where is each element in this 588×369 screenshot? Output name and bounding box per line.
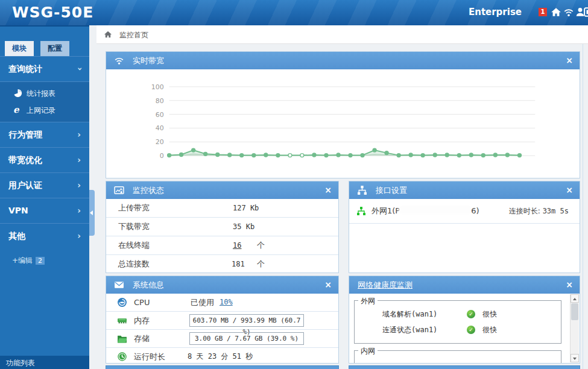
close-icon[interactable]: × xyxy=(566,52,573,69)
memory-icon xyxy=(117,315,127,326)
sidebar-item-label: 用户认证 xyxy=(8,180,42,190)
sidebar-item-bandwidth-opt[interactable]: 带宽优化 › xyxy=(0,147,89,172)
check-name: 连通状态(wan1) xyxy=(382,322,437,338)
scroll-thumb[interactable] xyxy=(571,303,578,320)
chevron-down-icon: › xyxy=(68,68,93,71)
group-label: 内网 xyxy=(358,346,378,356)
sidebar-item-behavior[interactable]: 行为管理 › xyxy=(0,122,89,147)
svg-text:60: 60 xyxy=(156,111,164,119)
check-ok-icon: ✓ xyxy=(467,326,475,334)
edition-label: Enterprise xyxy=(469,7,522,17)
monitor-row-download: 下载带宽 35 Kb xyxy=(106,218,338,236)
check-status: 很快 xyxy=(482,322,497,338)
duration-label: 连接时长: xyxy=(509,207,540,215)
scroll-up-icon[interactable] xyxy=(571,294,579,303)
storage-folder-icon xyxy=(117,333,127,344)
row-label: 在线终端 xyxy=(118,236,150,254)
sidebar-collapse-handle[interactable] xyxy=(89,190,95,236)
chevron-right-icon: › xyxy=(77,148,81,172)
chart-image-icon xyxy=(114,185,124,195)
sidebar-item-label: VPN xyxy=(8,206,28,215)
row-label: 上传带宽 xyxy=(118,199,150,217)
close-icon[interactable]: × xyxy=(324,181,332,199)
sidebar-item-other[interactable]: 其他 › xyxy=(0,223,89,248)
content-divider xyxy=(583,44,583,369)
panel-title: 实时带宽 xyxy=(133,52,164,69)
close-icon[interactable]: × xyxy=(566,181,573,199)
app-header: WSG-50E Enterprise 1 xyxy=(0,0,588,25)
panel-header-bandwidth: 实时带宽 × xyxy=(106,52,580,69)
check-ok-icon: ✓ xyxy=(467,310,475,318)
row-label: 运行时长 xyxy=(134,348,165,365)
app-window: WSG-50E Enterprise 1 模块 配置 查询统计 › xyxy=(0,0,588,369)
panel-title: 系统信息 xyxy=(133,276,164,294)
edit-badge: 2 xyxy=(36,257,45,265)
panel-monitor-status: 监控状态 × 上传带宽 127 Kb 下载带宽 35 Kb 在线终端 16 个 … xyxy=(106,181,339,273)
home-icon[interactable] xyxy=(551,7,561,17)
sidebar-item-web-records[interactable]: e上网记录 xyxy=(0,102,89,118)
wifi-icon[interactable] xyxy=(563,7,574,17)
wan-name-prefix: 外网1(P xyxy=(371,206,400,215)
row-label: 存储 xyxy=(134,330,150,347)
health-title-link[interactable]: 网络健康度监测 xyxy=(358,276,413,294)
envelope-icon xyxy=(114,280,124,290)
app-logo: WSG-50E xyxy=(12,4,93,21)
sidebar-edit-button[interactable]: +编辑2 xyxy=(12,256,89,266)
tab-config[interactable]: 配置 xyxy=(40,41,69,56)
bandwidth-chart: 020406080100 xyxy=(106,69,580,178)
redacted-ip xyxy=(400,207,471,213)
row-unit: 个 xyxy=(257,255,265,273)
breadcrumb[interactable]: 监控首页 xyxy=(119,30,148,40)
sidebar-item-stats-report[interactable]: 统计报表 xyxy=(0,86,89,102)
sidebar-item-label: 行为管理 xyxy=(8,130,42,139)
tab-modules[interactable]: 模块 xyxy=(5,41,34,56)
system-row-cpu: CPU 已使用 10% xyxy=(106,294,338,312)
wan-name-suffix: 6) xyxy=(471,206,479,215)
browser-icon: e xyxy=(13,102,22,118)
panel-header-health: 网络健康度监测 × xyxy=(349,276,580,294)
sidebar-item-vpn[interactable]: VPN › xyxy=(0,198,89,223)
row-unit: 个 xyxy=(257,236,265,254)
memory-meter: 603.70 MB / 993.99 MB (60.7 %) xyxy=(189,314,304,327)
sidebar-footer: 功能列表 xyxy=(0,356,89,369)
cpu-usage-link[interactable]: 10% xyxy=(220,294,233,311)
logout-icon[interactable] xyxy=(584,7,588,17)
sidebar: 模块 配置 查询统计 › 统计报表 e上网记录 行为管理 › 带宽优化 › xyxy=(0,25,89,369)
sidebar-submenu: 统计报表 e上网记录 xyxy=(0,81,89,122)
health-body: 外网 域名解析(wan1) ✓ 很快 连通状态(wan1) ✓ 很快 内网 xyxy=(349,294,580,363)
close-icon[interactable]: × xyxy=(324,276,332,294)
chevron-right-icon: › xyxy=(77,198,81,223)
panel-header-monitor: 监控状态 × xyxy=(106,181,338,199)
svg-text:20: 20 xyxy=(156,138,164,146)
sidebar-item-label: 带宽优化 xyxy=(8,155,42,165)
network-tree-icon-green xyxy=(356,206,366,216)
cpu-used-label: 已使用 xyxy=(191,294,214,311)
panel-title: 接口设置 xyxy=(376,181,407,199)
sidebar-item-query-stats[interactable]: 查询统计 › xyxy=(0,56,89,81)
edit-label: +编辑 xyxy=(12,256,33,265)
panel-interface-settings: 接口设置 × 外网1(P6) 连接时长: 33m 5s xyxy=(349,181,580,273)
monitor-row-online-terminals: 在线终端 16 个 xyxy=(106,236,338,255)
home-icon-breadcrumb[interactable] xyxy=(104,30,112,39)
check-name: 域名解析(wan1) xyxy=(382,306,437,322)
row-value: 127 Kb xyxy=(233,199,259,217)
system-row-memory: 内存 603.70 MB / 993.99 MB (60.7 %) xyxy=(106,312,338,330)
svg-text:40: 40 xyxy=(156,124,164,132)
collapse-arrow-icon xyxy=(90,210,93,215)
health-scrollbar[interactable] xyxy=(570,294,579,362)
duration-value: 33m 5s xyxy=(543,207,569,215)
system-row-uptime: 运行时长 8 天 23 分 51 秒 xyxy=(106,348,338,365)
scroll-down-icon[interactable] xyxy=(571,354,579,362)
notification-badge[interactable]: 1 xyxy=(539,8,547,16)
chevron-right-icon: › xyxy=(77,224,81,248)
storage-meter: 3.00 GB / 7.67 GB (39.0 %) xyxy=(189,332,304,345)
sidebar-tabs: 模块 配置 xyxy=(5,41,89,56)
panel-partial-right xyxy=(349,365,580,369)
health-group-lan: 内网 xyxy=(354,350,561,363)
close-icon[interactable]: × xyxy=(566,276,573,294)
sidebar-item-label: 其他 xyxy=(8,231,25,241)
chevron-right-icon: › xyxy=(77,122,81,147)
online-terminals-link[interactable]: 16 xyxy=(233,236,241,254)
wan-interface-row[interactable]: 外网1(P6) 连接时长: 33m 5s xyxy=(349,199,580,224)
sidebar-item-user-auth[interactable]: 用户认证 › xyxy=(0,172,89,198)
